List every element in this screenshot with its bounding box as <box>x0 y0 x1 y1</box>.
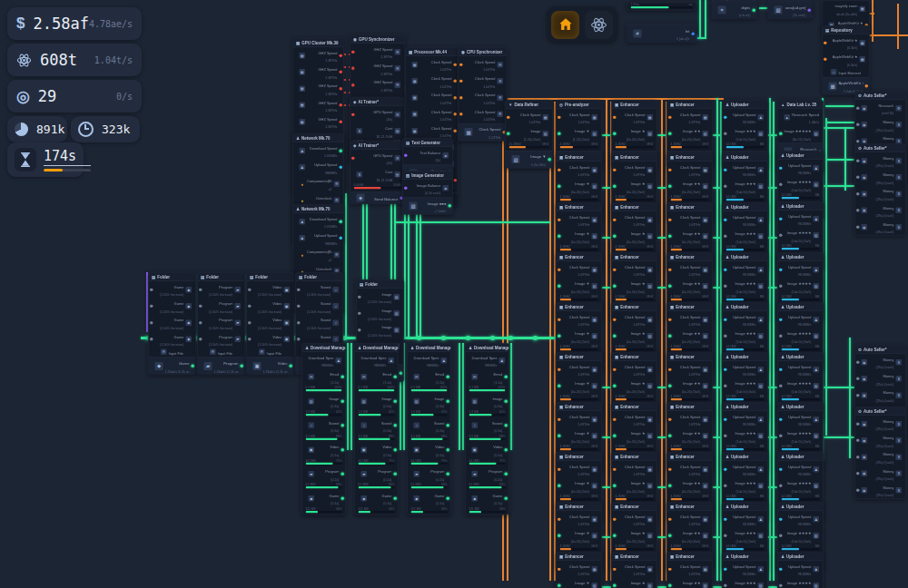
output-port[interactable] <box>394 376 398 379</box>
input-port[interactable] <box>856 106 860 110</box>
node-files[interactable]: 1 Filestro <box>627 2 696 11</box>
output-port[interactable] <box>447 448 450 452</box>
input-port[interactable] <box>558 115 561 119</box>
input-port[interactable] <box>150 338 153 341</box>
output-port[interactable] <box>505 376 508 379</box>
input-port[interactable] <box>558 318 561 321</box>
input-port[interactable] <box>856 360 860 364</box>
input-port[interactable] <box>856 159 860 162</box>
input-port[interactable] <box>824 58 827 62</box>
input-port[interactable] <box>779 234 783 238</box>
input-port[interactable] <box>459 80 463 83</box>
output-port[interactable] <box>454 63 458 66</box>
input-port[interactable] <box>613 268 617 271</box>
input-port[interactable] <box>613 385 617 388</box>
home-button[interactable] <box>551 11 579 39</box>
input-port[interactable] <box>779 217 783 220</box>
input-port[interactable] <box>856 422 860 426</box>
input-port[interactable] <box>613 368 617 371</box>
input-port[interactable] <box>613 235 617 239</box>
input-port[interactable] <box>358 328 361 332</box>
input-port[interactable] <box>724 584 727 588</box>
input-port[interactable] <box>724 218 727 221</box>
input-port[interactable] <box>779 517 783 521</box>
input-port[interactable] <box>507 115 510 119</box>
input-port[interactable] <box>613 534 617 538</box>
input-port[interactable] <box>668 318 672 321</box>
output-port[interactable] <box>340 103 343 107</box>
input-port[interactable] <box>724 435 727 438</box>
input-port[interactable] <box>558 435 561 438</box>
output-port[interactable] <box>394 399 398 403</box>
output-port[interactable] <box>505 496 508 500</box>
output-port[interactable] <box>447 376 450 379</box>
output-port[interactable] <box>341 448 345 452</box>
input-port[interactable] <box>248 321 252 325</box>
output-port[interactable] <box>340 220 343 223</box>
input-port[interactable] <box>150 321 153 325</box>
output-port[interactable] <box>454 179 458 182</box>
output-port[interactable] <box>454 96 458 100</box>
input-port[interactable] <box>668 285 672 289</box>
node-folder[interactable]: ▤FolderProgram(1.1k% Increase)▰Program(1… <box>197 272 245 375</box>
output-port[interactable] <box>340 166 343 170</box>
output-port[interactable] <box>454 113 458 116</box>
input-port[interactable] <box>856 123 860 127</box>
output-port[interactable] <box>449 204 452 208</box>
input-port[interactable] <box>358 295 361 299</box>
research-button[interactable] <box>585 11 613 39</box>
input-port[interactable] <box>297 305 301 309</box>
input-port[interactable] <box>199 288 202 291</box>
input-port[interactable] <box>668 368 672 371</box>
input-port[interactable] <box>150 305 153 309</box>
input-port[interactable] <box>779 132 783 136</box>
output-port[interactable] <box>548 158 552 162</box>
output-port[interactable] <box>692 32 696 35</box>
input-port[interactable] <box>779 166 783 170</box>
output-port[interactable] <box>340 87 343 91</box>
input-port[interactable] <box>668 435 672 438</box>
input-port[interactable] <box>558 467 561 471</box>
input-port[interactable] <box>459 113 463 116</box>
node-dl-manager[interactable]: ♟Download ManagerDownload Speed988MB/s♟✉… <box>465 343 509 514</box>
node-uploader[interactable]: ♟UploaderUpload Speed98.3MB/s♟Image ★★★(… <box>722 552 768 588</box>
input-port[interactable] <box>724 132 727 136</box>
output-port[interactable] <box>505 424 508 427</box>
output-port[interactable] <box>394 473 398 476</box>
input-port[interactable] <box>351 113 355 116</box>
input-port[interactable] <box>351 67 355 71</box>
node-folder[interactable]: ▤FolderVideo(1.1k% Increase)▣Video(1.1k%… <box>246 272 294 375</box>
input-port[interactable] <box>668 467 672 471</box>
input-port[interactable] <box>199 338 202 341</box>
input-port[interactable] <box>856 377 860 381</box>
input-port[interactable] <box>668 335 672 338</box>
input-port[interactable] <box>779 534 783 538</box>
input-port[interactable] <box>507 132 510 136</box>
output-port[interactable] <box>505 399 508 403</box>
output-port[interactable] <box>341 399 345 403</box>
input-port[interactable] <box>724 567 727 571</box>
input-port[interactable] <box>724 115 727 119</box>
input-port[interactable] <box>724 235 727 239</box>
output-port[interactable] <box>454 80 458 83</box>
input-port[interactable] <box>199 305 202 309</box>
node-data-refiner[interactable]: ▼Data RefinerClock Speed1.04THz▦Image(1.… <box>505 100 553 168</box>
output-port[interactable] <box>340 149 343 152</box>
input-port[interactable] <box>668 417 672 421</box>
node-digits[interactable]: ✶digits(a b.a/s) <box>711 0 757 19</box>
input-port[interactable] <box>824 41 827 44</box>
input-port[interactable] <box>668 235 672 239</box>
node-dl-manager[interactable]: ♟Download ManagerDownload Speed988MB/s♟✉… <box>301 343 346 514</box>
input-port[interactable] <box>856 394 860 397</box>
input-port[interactable] <box>724 185 727 189</box>
input-port[interactable] <box>668 185 672 189</box>
input-port[interactable] <box>779 268 783 271</box>
input-port[interactable] <box>351 83 355 87</box>
input-port[interactable] <box>779 467 783 471</box>
input-port[interactable] <box>459 96 463 100</box>
input-port[interactable] <box>558 368 561 371</box>
input-port[interactable] <box>724 318 727 321</box>
input-port[interactable] <box>459 63 463 66</box>
input-port[interactable] <box>404 186 408 190</box>
output-port[interactable] <box>340 237 343 240</box>
